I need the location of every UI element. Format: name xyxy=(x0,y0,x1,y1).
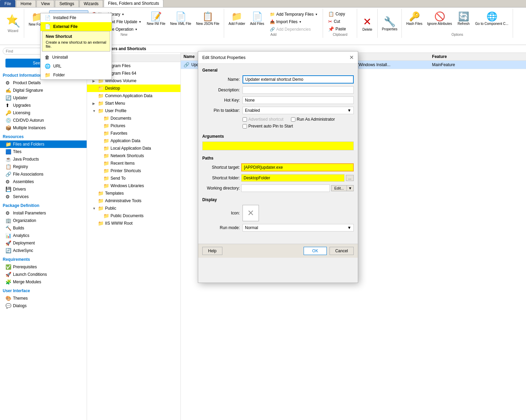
sidebar-item-java-products[interactable]: ☕Java Products xyxy=(0,155,87,163)
refresh-button[interactable]: 🔄 Refresh xyxy=(455,10,472,27)
tree-item-pictures[interactable]: 📁Pictures xyxy=(87,122,180,130)
icon-placeholder: ✕ xyxy=(247,208,254,218)
sidebar-item-dialogs[interactable]: 💬Dialogs xyxy=(0,302,87,310)
sidebar-item-prerequisites[interactable]: ✅Prerequisites xyxy=(0,263,87,271)
tab-home[interactable]: Home xyxy=(16,0,36,7)
sidebar-item-digital-signature[interactable]: ✍Digital Signature xyxy=(0,87,87,94)
sidebar-item-services[interactable]: ⚙Services xyxy=(0,193,87,200)
tree-item-local-app-data[interactable]: 📁Local Application Data xyxy=(87,145,180,152)
ignore-attributes-button[interactable]: 🚫 Ignore Attributes xyxy=(425,10,454,27)
tree-item-recent-items[interactable]: 📁Recent Items xyxy=(87,160,180,167)
pin-taskbar-select[interactable]: Enabled ▼ xyxy=(243,107,354,114)
sidebar-item-analytics[interactable]: 📊Analytics xyxy=(0,232,87,239)
sidebar-item-themes[interactable]: 🎨Themes xyxy=(0,295,87,302)
tree-item-templates[interactable]: 📁Templates xyxy=(87,190,180,197)
ok-button[interactable]: OK xyxy=(304,247,326,255)
import-files-button[interactable]: 📥 Import Files ▼ xyxy=(267,18,320,25)
sidebar-item-product-details[interactable]: ⚙Product Details xyxy=(0,79,87,87)
tree-item-common-app-data[interactable]: 📁Common Application Data xyxy=(87,92,180,100)
sidebar-item-licensing[interactable]: 🔑Licensing xyxy=(0,109,87,117)
edit-dropdown-button[interactable]: ▼ xyxy=(347,185,354,191)
run-mode-label: Run mode: xyxy=(202,225,240,230)
paste-button[interactable]: 📌 Paste xyxy=(326,25,348,33)
tree-item-printer-shortcuts[interactable]: 📁Printer Shortcuts xyxy=(87,167,180,175)
sidebar-item-launch-conditions[interactable]: 🚀Launch Conditions xyxy=(0,271,87,278)
go-to-component-button[interactable]: 🌐 Go to Component C... xyxy=(473,10,510,27)
tree-item-public[interactable]: ▼📁Public xyxy=(87,205,180,212)
run-as-admin-checkbox[interactable]: Run As Administrator xyxy=(291,117,335,122)
sidebar-item-drivers[interactable]: 💾Drivers xyxy=(0,185,87,193)
sidebar-item-cd-dvd[interactable]: 💿CD/DVD Autorun xyxy=(0,117,87,124)
prevent-pin-check[interactable] xyxy=(243,124,247,129)
add-dependencies-button[interactable]: 🔗 Add Dependencies xyxy=(267,26,320,33)
shortcut-target-input[interactable] xyxy=(241,163,354,171)
tree-item-start-menu[interactable]: ▶📁Start Menu xyxy=(87,100,180,107)
sidebar-item-assemblies[interactable]: ⚙Assemblies xyxy=(0,178,87,185)
sidebar-item-registry[interactable]: 📋Registry xyxy=(0,163,87,170)
advertised-checkbox[interactable]: Advertised shortcut xyxy=(243,117,283,122)
tree-item-app-data[interactable]: 📁Application Data xyxy=(87,137,180,145)
sidebar-item-activesync[interactable]: 🔄ActiveSync xyxy=(0,247,87,254)
tree-item-public-documents[interactable]: 📁Public Documents xyxy=(87,212,180,220)
new-xml-button[interactable]: 📄 New XML File xyxy=(169,10,193,27)
hotkey-input[interactable] xyxy=(243,96,354,104)
external-file-item[interactable]: 📄 External File xyxy=(41,22,112,31)
arguments-input[interactable] xyxy=(202,141,354,150)
shortcut-folder-browse-button[interactable]: ... xyxy=(346,175,354,181)
sidebar-item-multiple-instances[interactable]: 📦Multiple Instances xyxy=(0,124,87,132)
tree-item-documents[interactable]: 📁Documents xyxy=(87,115,180,122)
tree-item-favorites[interactable]: 📁Favorites xyxy=(87,130,180,137)
shortcut-folder-input[interactable] xyxy=(241,174,345,182)
sidebar-item-install-params[interactable]: ⚙Install Parameters xyxy=(0,209,87,217)
sidebar-item-file-assoc[interactable]: 🔗File Associations xyxy=(0,170,87,178)
edit-button[interactable]: Edit... xyxy=(331,185,347,191)
sidebar-item-deployment[interactable]: 🚀Deployment xyxy=(0,239,87,247)
help-button[interactable]: Help xyxy=(202,247,222,255)
edit-split-button: Edit... ▼ xyxy=(331,185,354,191)
new-ini-button[interactable]: 📝 New INI File xyxy=(145,10,167,27)
add-folder-button[interactable]: 📁 Add Folder xyxy=(227,10,247,27)
description-input[interactable] xyxy=(243,86,354,94)
working-dir-input[interactable] xyxy=(241,184,330,192)
folder-item[interactable]: 📁 Folder xyxy=(41,71,112,79)
tree-item-send-to[interactable]: 📁Send To xyxy=(87,175,180,182)
tree-item-user-profile[interactable]: ▼📁User Profile xyxy=(87,107,180,115)
run-mode-select[interactable]: Normal ▼ xyxy=(243,224,354,231)
tree-item-network-shortcuts[interactable]: 📁Network Shortcuts xyxy=(87,152,180,160)
run-as-admin-check[interactable] xyxy=(291,117,295,122)
tree-item-iis-www-root[interactable]: 📁IIS WWW Root xyxy=(87,220,180,227)
sidebar-item-builds[interactable]: 🔨Builds xyxy=(0,224,87,232)
new-json-button[interactable]: 📋 New JSON File xyxy=(194,10,221,27)
tree-item-windows-libraries[interactable]: 📁Windows Libraries xyxy=(87,182,180,190)
add-files-button[interactable]: 📄 Add Files xyxy=(248,10,266,27)
sidebar-item-tiles[interactable]: 🟦Tiles xyxy=(0,148,87,155)
tab-settings[interactable]: Settings xyxy=(55,0,78,7)
cancel-button[interactable]: Cancel xyxy=(330,247,354,255)
add-temp-files-button[interactable]: 📁 Add Temporary Files ▼ xyxy=(267,11,320,18)
user-interface-section: User Interface xyxy=(0,286,87,295)
sidebar-item-updater[interactable]: 🔄Updater xyxy=(0,94,87,102)
copy-button[interactable]: 📋 Copy xyxy=(326,10,347,18)
properties-button[interactable]: 🔧 Properties xyxy=(380,15,399,32)
tab-wizards[interactable]: Wizards xyxy=(79,0,103,7)
tree-item-desktop[interactable]: 📁Desktop xyxy=(87,85,180,92)
name-input[interactable] xyxy=(243,75,354,84)
sidebar-item-organization[interactable]: 🏢Organization xyxy=(0,217,87,224)
tree-item-admin-tools[interactable]: 📁Administrative Tools xyxy=(87,197,180,205)
installed-file-item[interactable]: 📄 Installed File xyxy=(41,13,112,22)
uninstall-item[interactable]: 🗑 Uninstall xyxy=(41,53,112,62)
tab-view[interactable]: View xyxy=(36,0,54,7)
tab-file[interactable]: File xyxy=(0,0,15,7)
advertised-check[interactable] xyxy=(243,117,247,122)
url-item[interactable]: 🌐 URL xyxy=(41,62,112,71)
dialog-close-button[interactable]: ✕ xyxy=(349,54,354,61)
tab-files-folders[interactable]: Files, Folders and Shortcuts xyxy=(104,0,163,7)
sidebar-item-upgrades[interactable]: ⬆Upgrades xyxy=(0,102,87,109)
hash-files-button[interactable]: 🔑 Hash Files xyxy=(405,10,424,27)
sidebar-item-files-folders[interactable]: 📁Files and Folders xyxy=(0,140,87,148)
sidebar-item-merge-modules[interactable]: 🧩Merge Modules xyxy=(0,278,87,286)
delete-button[interactable]: ✕ Delete xyxy=(361,14,374,33)
cut-button[interactable]: ✂ Cut xyxy=(326,18,342,25)
prevent-pin-checkbox[interactable]: Prevent auto Pin to Start xyxy=(243,124,293,129)
icon-display[interactable]: ✕ xyxy=(243,205,259,221)
